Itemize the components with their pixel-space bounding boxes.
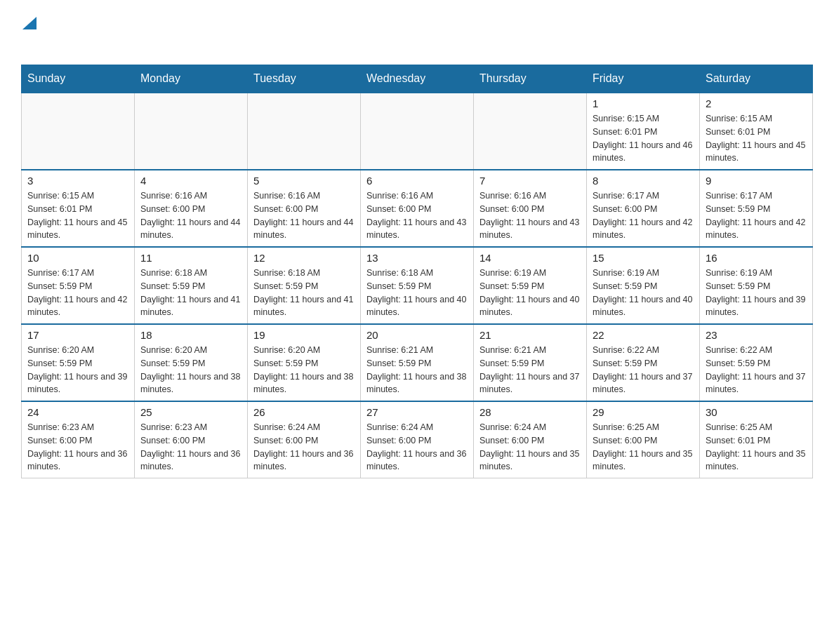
day-number: 25 xyxy=(140,406,241,418)
day-info: Sunrise: 6:16 AM Sunset: 6:00 PM Dayligh… xyxy=(253,189,355,242)
day-info: Sunrise: 6:22 AM Sunset: 5:59 PM Dayligh… xyxy=(593,344,694,396)
calendar-week-row: 17Sunrise: 6:20 AM Sunset: 5:59 PM Dayli… xyxy=(22,324,813,401)
calendar-cell: 14Sunrise: 6:19 AM Sunset: 5:59 PM Dayli… xyxy=(474,247,587,324)
day-number: 26 xyxy=(253,406,355,418)
day-number: 9 xyxy=(706,175,807,187)
calendar-cell: 26Sunrise: 6:24 AM Sunset: 6:00 PM Dayli… xyxy=(248,401,361,478)
calendar-cell: 22Sunrise: 6:22 AM Sunset: 5:59 PM Dayli… xyxy=(587,324,700,401)
day-number: 5 xyxy=(253,175,355,187)
calendar-cell: 11Sunrise: 6:18 AM Sunset: 5:59 PM Dayli… xyxy=(135,247,248,324)
day-number: 30 xyxy=(706,406,807,418)
header-day-wednesday: Wednesday xyxy=(361,65,474,93)
calendar-cell: 20Sunrise: 6:21 AM Sunset: 5:59 PM Dayli… xyxy=(361,324,474,401)
header-day-tuesday: Tuesday xyxy=(248,65,361,93)
calendar-week-row: 1Sunrise: 6:15 AM Sunset: 6:01 PM Daylig… xyxy=(22,93,813,170)
day-number: 20 xyxy=(366,329,468,341)
day-number: 13 xyxy=(366,252,468,264)
calendar-week-row: 3Sunrise: 6:15 AM Sunset: 6:01 PM Daylig… xyxy=(22,170,813,247)
day-number: 10 xyxy=(27,252,128,264)
calendar-cell: 1Sunrise: 6:15 AM Sunset: 6:01 PM Daylig… xyxy=(587,93,700,170)
day-info: Sunrise: 6:24 AM Sunset: 6:00 PM Dayligh… xyxy=(253,421,355,474)
day-info: Sunrise: 6:21 AM Sunset: 5:59 PM Dayligh… xyxy=(366,344,468,396)
calendar-cell: 13Sunrise: 6:18 AM Sunset: 5:59 PM Dayli… xyxy=(361,247,474,324)
day-info: Sunrise: 6:20 AM Sunset: 5:59 PM Dayligh… xyxy=(253,344,355,396)
day-info: Sunrise: 6:15 AM Sunset: 6:01 PM Dayligh… xyxy=(27,189,128,242)
day-number: 28 xyxy=(479,406,581,418)
header-day-friday: Friday xyxy=(587,65,700,93)
calendar-cell: 30Sunrise: 6:25 AM Sunset: 6:01 PM Dayli… xyxy=(700,401,813,478)
calendar-cell: 5Sunrise: 6:16 AM Sunset: 6:00 PM Daylig… xyxy=(248,170,361,247)
calendar-cell xyxy=(361,93,474,170)
day-info: Sunrise: 6:16 AM Sunset: 6:00 PM Dayligh… xyxy=(366,189,468,242)
calendar-cell: 29Sunrise: 6:25 AM Sunset: 6:00 PM Dayli… xyxy=(587,401,700,478)
day-number: 11 xyxy=(140,252,241,264)
day-info: Sunrise: 6:19 AM Sunset: 5:59 PM Dayligh… xyxy=(479,267,581,319)
calendar-cell: 4Sunrise: 6:16 AM Sunset: 6:00 PM Daylig… xyxy=(135,170,248,247)
day-info: Sunrise: 6:21 AM Sunset: 5:59 PM Dayligh… xyxy=(479,344,581,396)
day-number: 3 xyxy=(27,175,128,187)
day-info: Sunrise: 6:18 AM Sunset: 5:59 PM Dayligh… xyxy=(253,267,355,319)
calendar-cell: 8Sunrise: 6:17 AM Sunset: 6:00 PM Daylig… xyxy=(587,170,700,247)
calendar-cell: 9Sunrise: 6:17 AM Sunset: 5:59 PM Daylig… xyxy=(700,170,813,247)
calendar-cell xyxy=(474,93,587,170)
calendar-cell: 23Sunrise: 6:22 AM Sunset: 5:59 PM Dayli… xyxy=(700,324,813,401)
calendar-cell: 28Sunrise: 6:24 AM Sunset: 6:00 PM Dayli… xyxy=(474,401,587,478)
calendar-header-row: SundayMondayTuesdayWednesdayThursdayFrid… xyxy=(22,65,813,93)
day-info: Sunrise: 6:17 AM Sunset: 5:59 PM Dayligh… xyxy=(27,267,128,319)
calendar-week-row: 24Sunrise: 6:23 AM Sunset: 6:00 PM Dayli… xyxy=(22,401,813,478)
calendar-cell: 3Sunrise: 6:15 AM Sunset: 6:01 PM Daylig… xyxy=(22,170,135,247)
day-info: Sunrise: 6:20 AM Sunset: 5:59 PM Dayligh… xyxy=(27,344,128,396)
day-info: Sunrise: 6:15 AM Sunset: 6:01 PM Dayligh… xyxy=(706,112,807,165)
svg-marker-0 xyxy=(22,17,37,29)
day-info: Sunrise: 6:17 AM Sunset: 6:00 PM Dayligh… xyxy=(593,189,694,242)
calendar-cell: 21Sunrise: 6:21 AM Sunset: 5:59 PM Dayli… xyxy=(474,324,587,401)
day-info: Sunrise: 6:23 AM Sunset: 6:00 PM Dayligh… xyxy=(27,421,128,474)
header-day-monday: Monday xyxy=(135,65,248,93)
day-number: 29 xyxy=(593,406,694,418)
day-number: 2 xyxy=(706,98,807,109)
day-number: 7 xyxy=(479,175,581,187)
day-info: Sunrise: 6:17 AM Sunset: 5:59 PM Dayligh… xyxy=(706,189,807,242)
day-number: 1 xyxy=(593,98,694,109)
calendar-cell: 19Sunrise: 6:20 AM Sunset: 5:59 PM Dayli… xyxy=(248,324,361,401)
calendar-cell xyxy=(22,93,135,170)
day-info: Sunrise: 6:18 AM Sunset: 5:59 PM Dayligh… xyxy=(366,267,468,319)
header-day-thursday: Thursday xyxy=(474,65,587,93)
day-number: 24 xyxy=(27,406,128,418)
calendar-week-row: 10Sunrise: 6:17 AM Sunset: 5:59 PM Dayli… xyxy=(22,247,813,324)
day-info: Sunrise: 6:15 AM Sunset: 6:01 PM Dayligh… xyxy=(593,112,694,165)
day-info: Sunrise: 6:23 AM Sunset: 6:00 PM Dayligh… xyxy=(140,421,241,474)
day-number: 4 xyxy=(140,175,241,187)
calendar-cell: 18Sunrise: 6:20 AM Sunset: 5:59 PM Dayli… xyxy=(135,324,248,401)
day-number: 6 xyxy=(366,175,468,187)
day-info: Sunrise: 6:16 AM Sunset: 6:00 PM Dayligh… xyxy=(479,189,581,242)
day-info: Sunrise: 6:24 AM Sunset: 6:00 PM Dayligh… xyxy=(479,421,581,474)
day-number: 18 xyxy=(140,329,241,341)
day-info: Sunrise: 6:19 AM Sunset: 5:59 PM Dayligh… xyxy=(593,267,694,319)
logo xyxy=(21,14,38,51)
page-header xyxy=(21,14,813,51)
calendar-cell: 27Sunrise: 6:24 AM Sunset: 6:00 PM Dayli… xyxy=(361,401,474,478)
calendar-cell: 10Sunrise: 6:17 AM Sunset: 5:59 PM Dayli… xyxy=(22,247,135,324)
calendar-cell: 15Sunrise: 6:19 AM Sunset: 5:59 PM Dayli… xyxy=(587,247,700,324)
calendar-cell: 12Sunrise: 6:18 AM Sunset: 5:59 PM Dayli… xyxy=(248,247,361,324)
day-number: 8 xyxy=(593,175,694,187)
logo-arrow-icon xyxy=(22,14,37,32)
calendar-cell: 25Sunrise: 6:23 AM Sunset: 6:00 PM Dayli… xyxy=(135,401,248,478)
day-info: Sunrise: 6:19 AM Sunset: 5:59 PM Dayligh… xyxy=(706,267,807,319)
calendar-cell: 24Sunrise: 6:23 AM Sunset: 6:00 PM Dayli… xyxy=(22,401,135,478)
day-number: 27 xyxy=(366,406,468,418)
calendar-cell: 6Sunrise: 6:16 AM Sunset: 6:00 PM Daylig… xyxy=(361,170,474,247)
day-info: Sunrise: 6:25 AM Sunset: 6:00 PM Dayligh… xyxy=(593,421,694,474)
calendar-cell: 16Sunrise: 6:19 AM Sunset: 5:59 PM Dayli… xyxy=(700,247,813,324)
calendar-cell xyxy=(135,93,248,170)
calendar-cell xyxy=(248,93,361,170)
day-number: 21 xyxy=(479,329,581,341)
day-info: Sunrise: 6:22 AM Sunset: 5:59 PM Dayligh… xyxy=(706,344,807,396)
day-number: 15 xyxy=(593,252,694,264)
header-day-saturday: Saturday xyxy=(700,65,813,93)
day-info: Sunrise: 6:24 AM Sunset: 6:00 PM Dayligh… xyxy=(366,421,468,474)
calendar-cell: 2Sunrise: 6:15 AM Sunset: 6:01 PM Daylig… xyxy=(700,93,813,170)
day-info: Sunrise: 6:16 AM Sunset: 6:00 PM Dayligh… xyxy=(140,189,241,242)
day-number: 23 xyxy=(706,329,807,341)
